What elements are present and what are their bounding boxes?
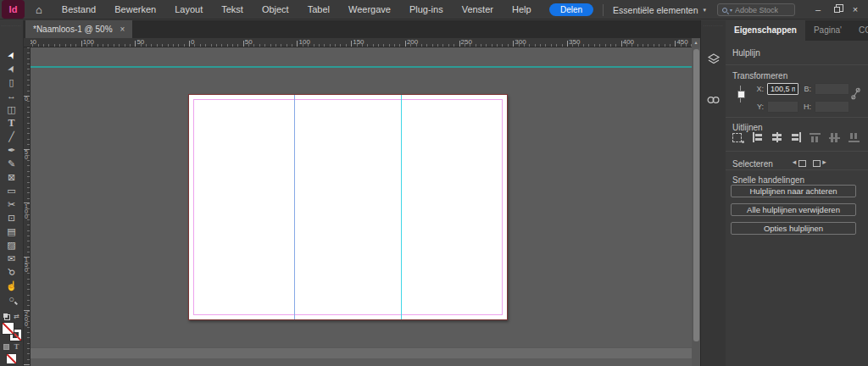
formatting-affects-text-toggle[interactable]: T [14, 343, 19, 351]
quick-actions-title: Snelle handelingen [732, 175, 804, 185]
align-left-icon[interactable] [750, 131, 765, 143]
dock-grip-dots: ∙∙∙∙∙∙∙∙∙∙ [704, 24, 724, 27]
panel-tab[interactable]: CC Libra [850, 20, 868, 41]
horizontal-scrollbar[interactable] [31, 347, 692, 358]
ruler-label: 50 [245, 38, 253, 46]
divider [726, 117, 868, 118]
fill-swatch-none[interactable] [3, 323, 14, 334]
chevron-down-icon: ▾ [703, 7, 706, 14]
gradient-swatch-tool[interactable]: ▤ [0, 225, 23, 238]
horizontal-ruler[interactable]: 5010050050100150200250300350400450 [31, 38, 692, 47]
ruler-label: 400 [623, 38, 634, 46]
minimize-button[interactable]: – [809, 0, 827, 19]
tab-close-icon[interactable]: × [120, 25, 125, 34]
document-tab[interactable]: *Naamloos-1 @ 50% × [25, 20, 132, 38]
ruler-label: 50 [25, 150, 30, 160]
select-previous-icon[interactable] [792, 158, 807, 168]
tools-panel: ∙∙∙∙∙∙∙∙∙∙ ➤➤▯↔◫T╱✒✎⊠▭✂⊡▤▨✉⚲☝○ ⇄ T [0, 20, 24, 366]
gradient-feather-tool[interactable]: ▨ [0, 238, 23, 252]
close-button[interactable]: × [846, 0, 865, 19]
menu-item[interactable]: Bestand [53, 0, 105, 19]
x-position-input[interactable] [767, 83, 798, 95]
menu-item[interactable]: Help [503, 0, 541, 19]
vertical-guide-blue[interactable] [294, 95, 295, 319]
menu-item[interactable]: Weergave [339, 0, 400, 19]
line-tool[interactable]: ╱ [0, 130, 23, 143]
content-collector-tool[interactable]: ◫ [0, 103, 23, 116]
align-icons-row [731, 131, 862, 143]
width-input[interactable] [815, 83, 849, 95]
pen-tool[interactable]: ✒ [0, 143, 23, 157]
panel-dock: ∙∙∙∙∙∙∙∙∙∙ [700, 20, 726, 366]
rectangle-frame-tool[interactable]: ⊠ [0, 170, 23, 184]
main-menu: BestandBewerkenLayoutTekstObjectTabelWee… [53, 0, 541, 19]
menu-item[interactable]: Tekst [212, 0, 253, 19]
rectangle-tool[interactable]: ▭ [0, 184, 23, 197]
transform-section-title: Transformeren [732, 71, 787, 80]
zoom-tool[interactable]: ○ [0, 292, 23, 306]
formatting-affects-container-toggle[interactable] [3, 344, 9, 350]
pencil-tool[interactable]: ✎ [0, 157, 23, 170]
search-icon [722, 8, 727, 13]
share-button[interactable]: Delen [549, 3, 593, 16]
scissors-tool[interactable]: ✂ [0, 197, 23, 211]
align-bottom-icon[interactable] [848, 131, 862, 143]
panel-tab[interactable]: Eigenschappen [726, 20, 805, 41]
scrollbar-thumb[interactable] [693, 49, 699, 341]
links-panel-icon[interactable] [706, 95, 721, 105]
align-top-icon[interactable] [809, 131, 823, 143]
ruler-label: 0 [25, 97, 30, 102]
adobe-stock-search[interactable]: ▾ Adobe Stock [717, 3, 795, 16]
ruler-label: 450 [676, 38, 687, 46]
ruler-label: 100 [83, 38, 94, 46]
align-right-icon[interactable] [789, 131, 804, 143]
y-position-input[interactable] [767, 101, 798, 113]
vertical-ruler[interactable]: 050100150200 [24, 47, 31, 366]
default-fill-stroke-icon[interactable] [3, 313, 10, 320]
ruler-corner[interactable] [24, 38, 31, 47]
document-page[interactable] [188, 94, 508, 320]
home-icon[interactable]: ⌂ [36, 0, 42, 19]
menu-item[interactable]: Tabel [298, 0, 339, 19]
ruler-label: 250 [461, 38, 472, 46]
menu-item[interactable]: Object [253, 0, 298, 19]
align-h-center-icon[interactable] [770, 131, 784, 143]
ruler-label: 150 [25, 258, 30, 273]
restore-icon [834, 7, 840, 13]
quick-action-button[interactable]: Alle hulplijnen verwijderen [731, 203, 856, 216]
divider [603, 4, 604, 16]
quick-action-button[interactable]: Hulplijnen naar achteren [731, 185, 856, 197]
ruler-label: 50 [31, 38, 36, 46]
vertical-scrollbar[interactable] [692, 47, 700, 366]
pasteboard[interactable]: 050100150200 [24, 47, 700, 366]
height-input[interactable] [815, 101, 849, 113]
properties-panel: EigenschappenPagina'CC Libra Hulplijn Tr… [726, 20, 868, 366]
indesign-logo[interactable]: Id [2, 0, 25, 19]
menu-item[interactable]: Layout [165, 0, 212, 19]
align-to-selection-icon[interactable] [731, 131, 745, 143]
apply-none-swatch[interactable] [6, 353, 17, 364]
scroll-up-arrow[interactable]: ▴ [692, 38, 700, 47]
gap-tool[interactable]: ↔ [0, 89, 23, 103]
swap-fill-stroke-icon[interactable]: ⇄ [14, 313, 19, 320]
restore-button[interactable] [827, 0, 846, 19]
ruler-label: 350 [569, 38, 580, 46]
quick-action-button[interactable]: Opties hulplijnen [731, 222, 856, 235]
align-v-center-icon[interactable] [828, 131, 843, 143]
fill-stroke-indicator[interactable] [3, 323, 21, 341]
select-next-icon[interactable] [812, 158, 827, 168]
constrain-proportions-icon[interactable] [851, 87, 860, 100]
free-transform-tool[interactable]: ⊡ [0, 211, 23, 225]
panel-tab[interactable]: Pagina' [805, 20, 850, 41]
horizontal-ruler-guide[interactable] [31, 66, 692, 68]
workspace-switcher[interactable]: Essentiële elementen ▾ [613, 5, 706, 15]
margin-guides [193, 99, 503, 315]
menu-item[interactable]: Venster [453, 0, 503, 19]
ruler-label: 100 [25, 204, 30, 219]
type-tool[interactable]: T [0, 116, 23, 130]
menu-item[interactable]: Plug-ins [400, 0, 453, 19]
vertical-guide-cyan[interactable] [401, 95, 402, 319]
menu-item[interactable]: Bewerken [105, 0, 165, 19]
layers-panel-icon[interactable] [707, 53, 721, 66]
reference-point-proxy[interactable] [736, 86, 745, 103]
